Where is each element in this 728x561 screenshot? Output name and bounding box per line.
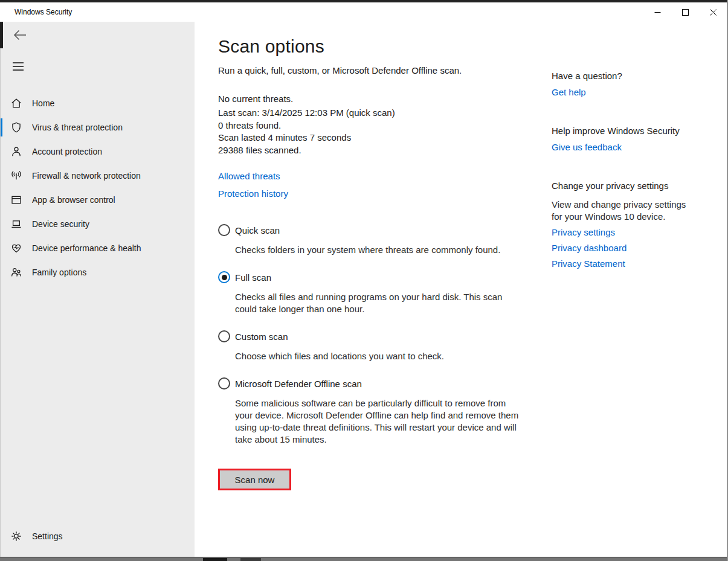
sidebar-item-label: App & browser control	[32, 195, 115, 205]
scan-option-full: Full scan Checks all files and running p…	[218, 271, 532, 315]
sidebar-item-home[interactable]: Home	[1, 91, 195, 115]
close-icon	[710, 9, 717, 16]
scan-option-defender-offline: Microsoft Defender Offline scan Some mal…	[218, 377, 532, 446]
person-icon	[10, 146, 22, 158]
sidebar-item-device-performance-health[interactable]: Device performance & health	[1, 236, 195, 260]
sidebar-item-label: Home	[32, 98, 54, 108]
quick-scan-radio-row[interactable]: Quick scan	[218, 224, 532, 236]
sidebar-item-label: Firewall & network protection	[32, 171, 141, 181]
sidebar-item-label: Virus & threat protection	[32, 123, 123, 132]
help-sidebar: Have a question? Get help Help improve W…	[552, 71, 703, 270]
menu-button[interactable]	[10, 60, 34, 75]
sidebar-item-label: Settings	[32, 531, 63, 541]
option-label: Quick scan	[235, 225, 280, 236]
sidebar-item-label: Device security	[32, 219, 89, 229]
radio-unchecked-icon[interactable]	[218, 224, 230, 236]
home-icon	[10, 97, 22, 109]
page-title: Scan options	[218, 36, 532, 57]
custom-scan-radio-row[interactable]: Custom scan	[218, 330, 532, 342]
option-description: Some malicious software can be particula…	[235, 397, 519, 446]
last-scan-text: Last scan: 3/14/2025 12:03 PM (quick sca…	[218, 107, 532, 120]
privacy-dashboard-link[interactable]: Privacy dashboard	[552, 242, 703, 254]
page-subtitle: Run a quick, full, custom, or Microsoft …	[218, 65, 532, 75]
scan-now-button[interactable]: Scan now	[220, 470, 289, 489]
health-heart-icon	[10, 242, 22, 254]
taskbar-fragment	[240, 558, 261, 561]
background-window-edge	[0, 22, 3, 48]
files-scanned-text: 29388 files scanned.	[218, 144, 532, 157]
gear-icon	[10, 530, 22, 542]
windows-security-window: Windows Security	[0, 0, 728, 561]
shield-icon	[10, 121, 22, 133]
minimize-icon	[654, 9, 661, 16]
have-a-question-title: Have a question?	[552, 71, 703, 81]
titlebar: Windows Security	[0, 2, 727, 22]
close-button[interactable]	[699, 2, 727, 22]
hamburger-icon	[13, 62, 24, 71]
no-current-threats-text: No current threats.	[218, 92, 532, 105]
privacy-settings-link[interactable]: Privacy settings	[552, 226, 703, 239]
maximize-button[interactable]	[671, 2, 699, 22]
back-button[interactable]	[1, 22, 37, 44]
sidebar-item-label: Account protection	[32, 147, 102, 156]
option-description: Choose which files and locations you wan…	[235, 350, 519, 362]
scan-duration-text: Scan lasted 4 minutes 7 seconds	[218, 132, 532, 144]
option-label: Full scan	[235, 272, 271, 283]
sidebar-item-virus-threat-protection[interactable]: Virus & threat protection	[1, 115, 195, 139]
radio-unchecked-icon[interactable]	[218, 330, 230, 342]
window-controls	[643, 2, 727, 22]
back-arrow-icon	[13, 28, 27, 42]
family-icon	[10, 266, 22, 278]
annotation-highlight-box: Scan now	[218, 469, 291, 490]
sidebar-item-label: Family options	[32, 268, 86, 277]
option-description: Checks folders in your system where thre…	[235, 244, 519, 256]
scan-option-quick: Quick scan Checks folders in your system…	[218, 224, 532, 256]
option-description: Checks all files and running programs on…	[235, 291, 519, 315]
sidebar-item-device-security[interactable]: Device security	[1, 212, 195, 236]
scan-options-group: Quick scan Checks folders in your system…	[218, 224, 532, 446]
option-label: Custom scan	[235, 332, 288, 342]
app-window-icon	[10, 194, 22, 206]
sidebar-item-settings[interactable]: Settings	[1, 524, 195, 548]
sidebar-item-app-browser-control[interactable]: App & browser control	[1, 188, 195, 212]
taskbar-strip	[0, 557, 727, 561]
minimize-button[interactable]	[643, 2, 671, 22]
sidebar-item-account-protection[interactable]: Account protection	[1, 139, 195, 164]
get-help-link[interactable]: Get help	[552, 87, 586, 97]
radio-checked-icon[interactable]	[218, 271, 230, 283]
main-content: Scan options Run a quick, full, custom, …	[195, 22, 727, 557]
defender-offline-radio-row[interactable]: Microsoft Defender Offline scan	[218, 377, 532, 389]
allowed-threats-link[interactable]: Allowed threats	[218, 171, 280, 181]
privacy-settings-description: View and change privacy settings for you…	[552, 199, 691, 223]
window-title: Windows Security	[0, 8, 643, 16]
sidebar-item-label: Device performance & health	[32, 243, 141, 253]
scan-status-block: No current threats. Last scan: 3/14/2025…	[218, 92, 532, 156]
privacy-statement-link[interactable]: Privacy Statement	[552, 258, 703, 270]
scan-option-custom: Custom scan Choose which files and locat…	[218, 330, 532, 362]
protection-history-link[interactable]: Protection history	[218, 188, 288, 199]
sidebar-item-firewall-network[interactable]: Firewall & network protection	[1, 164, 195, 188]
full-scan-radio-row[interactable]: Full scan	[218, 271, 532, 283]
sidebar: Home Virus & threat protection Account p…	[0, 22, 195, 557]
threats-found-text: 0 threats found.	[218, 120, 532, 132]
option-label: Microsoft Defender Offline scan	[235, 379, 362, 389]
sidebar-nav: Home Virus & threat protection Account p…	[1, 91, 195, 284]
network-icon	[10, 170, 22, 182]
taskbar-fragment	[203, 558, 227, 561]
privacy-settings-title: Change your privacy settings	[552, 181, 703, 191]
give-feedback-link[interactable]: Give us feedback	[552, 142, 622, 152]
laptop-icon	[10, 218, 22, 230]
sidebar-item-family-options[interactable]: Family options	[1, 260, 195, 284]
help-improve-title: Help improve Windows Security	[552, 126, 703, 136]
radio-unchecked-icon[interactable]	[218, 377, 230, 389]
maximize-icon	[682, 9, 689, 16]
